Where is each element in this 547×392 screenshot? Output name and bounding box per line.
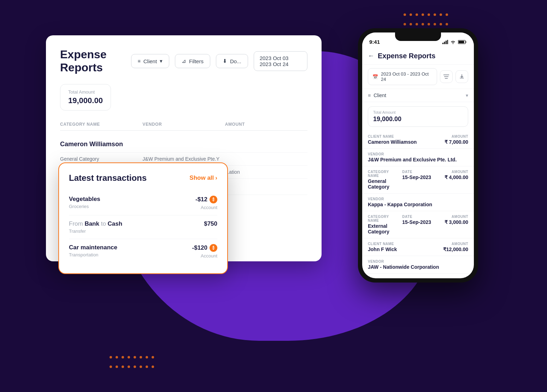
phone-date-row: 📅 2023 Oct 03 - 2023 Oct 24: [362, 65, 474, 89]
phone-col-label: AMOUNT: [437, 170, 468, 174]
phone-section-label: VENDOR: [368, 152, 468, 156]
svg-rect-5: [466, 41, 466, 43]
total-amount-value: 19,000.00: [68, 96, 103, 105]
signal-icon: [442, 40, 448, 44]
chevron-down-icon: ▾: [160, 58, 163, 64]
phone-page-title: Expense Reports: [378, 52, 435, 60]
wifi-icon: [450, 40, 456, 44]
show-all-link[interactable]: Show all ›: [189, 174, 217, 182]
tx-amount: -$12 ₿: [195, 196, 217, 203]
phone-col-value: ₹ 4,000.00: [437, 174, 468, 180]
phone-col-label: CLIENT NAME: [368, 242, 443, 246]
download-icon: ⬇: [223, 58, 227, 64]
phone-date-range: 2023 Oct 03 - 2023 Oct 24: [381, 71, 433, 82]
phone-frame: 9:41: [358, 28, 478, 283]
phone-scroll-area[interactable]: CLIENT NAME Cameron Williamson AMOUNT ₹ …: [362, 131, 474, 278]
hamburger-icon: ≡: [138, 58, 141, 64]
column-header-amount: AMOUNT: [225, 122, 307, 127]
phone-col-value: John F Wick: [368, 247, 443, 252]
tx-from-label: From: [69, 220, 84, 227]
tx-amount-value: -$120: [192, 244, 207, 251]
phone-device: 9:41: [358, 28, 478, 283]
column-header-vendor: VENDOR: [142, 122, 225, 127]
phone-col-label: DATE: [402, 215, 434, 219]
table-headers: CATEGORY NAME VENDOR AMOUNT: [60, 122, 307, 131]
client-filter-text: Client: [374, 93, 386, 98]
calendar-icon: 📅: [372, 74, 378, 79]
tx-sub: Groceries: [69, 204, 100, 209]
download-label: Do...: [230, 58, 241, 64]
total-amount-box: Total Amount 19,000.00: [60, 84, 111, 111]
download-button[interactable]: ⬇ Do...: [216, 54, 248, 68]
phone-col-value: 15-Sep-2023: [402, 174, 434, 180]
phone-col-label: AMOUNT: [445, 135, 468, 138]
phone-vendor-section-2: VENDOR Kappa - Kappa Corporation: [362, 194, 474, 211]
phone-screen: 9:41: [362, 32, 474, 278]
client-row-cameron: Cameron Williamson: [60, 136, 307, 153]
phone-col-value: ₹ 7,000.00: [445, 139, 468, 145]
tx-from-bank: Bank: [84, 220, 99, 227]
phone-section-value: Kappa - Kappa Corporation: [368, 202, 468, 207]
tx-transfer-label: Transfer: [69, 228, 122, 234]
phone-filter-button[interactable]: [440, 70, 453, 83]
transaction-item-car: Car maintenance Transportation -$120 ₿ A…: [69, 239, 217, 263]
filter-icon: [443, 74, 449, 79]
phone-col-label: DATE: [402, 170, 434, 174]
total-amount-label: Total Amount: [68, 89, 103, 95]
transaction-item-vegetables: Vegetables Groceries -$12 ₿ Account: [69, 191, 217, 215]
phone-client-filter[interactable]: ≡ Client ▾: [362, 89, 474, 102]
transactions-title: Latest transactions: [69, 173, 147, 183]
phone-notch: [395, 32, 441, 41]
transactions-header: Latest transactions Show all ›: [69, 173, 217, 183]
transaction-item-transfer: From Bank to Cash Transfer $750: [69, 215, 217, 239]
column-header-category: CATEGORY NAME: [60, 122, 142, 127]
chevron-down-icon: ▾: [466, 93, 468, 98]
desktop-header: Expense Reports ≡ Client ▾ ⊿ Filters ⬇ D…: [60, 48, 307, 74]
filters-label: Filters: [189, 58, 204, 64]
svg-rect-3: [447, 40, 448, 44]
hamburger-icon: ≡: [368, 93, 371, 98]
phone-col-value: ₹ 3,000.00: [437, 219, 468, 225]
amount-cell: [225, 156, 307, 162]
phone-col-value: Cameron Williamson: [368, 139, 445, 145]
phone-three-col-row: CATEGORY NAME General Category DATE 15-S…: [362, 166, 474, 194]
svg-rect-6: [459, 41, 464, 43]
phone-vendor-section-3: VENDOR JAW - Nationwide Corporation: [362, 256, 474, 274]
client-filter-label: Client: [143, 58, 157, 64]
phone-col-label: CLIENT NAME: [368, 135, 445, 138]
phone-total-value: 19,000.00: [373, 115, 463, 123]
phone-col-label: CATEGORY NAME: [368, 215, 399, 222]
phone-three-col-row-2: CATEGORY NAME External Category DATE 15-…: [362, 211, 474, 238]
tx-to-label: to: [99, 220, 108, 227]
back-button[interactable]: ←: [368, 52, 374, 60]
tx-name: From Bank to Cash: [69, 220, 122, 227]
transactions-card: Latest transactions Show all › Vegetable…: [58, 162, 228, 274]
status-icons: [442, 40, 467, 44]
filter-icon: ⊿: [182, 58, 186, 64]
vendor-cell: J&W Premium and Exclusive Pte.Y: [142, 156, 225, 162]
tx-account: Account: [201, 253, 217, 259]
phone-col-label: AMOUNT: [437, 215, 468, 219]
phone-vendor-section: VENDOR J&W Premium and Exclusive Pte. Lt…: [362, 149, 474, 166]
phone-col-label: AMOUNT: [443, 242, 468, 246]
phone-col-label: CATEGORY NAME: [368, 170, 399, 178]
filters-button[interactable]: ⊿ Filters: [175, 54, 210, 68]
bitcoin-icon: ₿: [210, 244, 217, 252]
phone-col-value: External Category: [368, 223, 399, 234]
phone-client-row-cameron: CLIENT NAME Cameron Williamson AMOUNT ₹ …: [362, 131, 474, 149]
tx-name: Vegetables: [69, 196, 100, 203]
amount-cell: ...ation: [225, 169, 307, 175]
date-picker-button[interactable]: 📅 2023 Oct 03 - 2023 Oct 24: [368, 68, 437, 85]
client-filter-button[interactable]: ≡ Client ▾: [131, 54, 170, 68]
status-time: 9:41: [369, 39, 380, 45]
tx-amount-value: $750: [204, 220, 217, 227]
date-range-display[interactable]: 2023 Oct 03 2023 Oct 24: [254, 51, 307, 71]
phone-section-value: J&W Premium and Exclusive Pte. Ltd.: [368, 157, 468, 162]
tx-account: Account: [201, 205, 217, 210]
svg-rect-0: [442, 43, 443, 44]
page-title: Expense Reports: [60, 48, 125, 74]
phone-section-label: VENDOR: [368, 260, 468, 263]
phone-nav-bar: ← Expense Reports: [362, 48, 474, 65]
tx-to-cash: Cash: [108, 220, 123, 227]
phone-download-button[interactable]: [455, 70, 468, 83]
